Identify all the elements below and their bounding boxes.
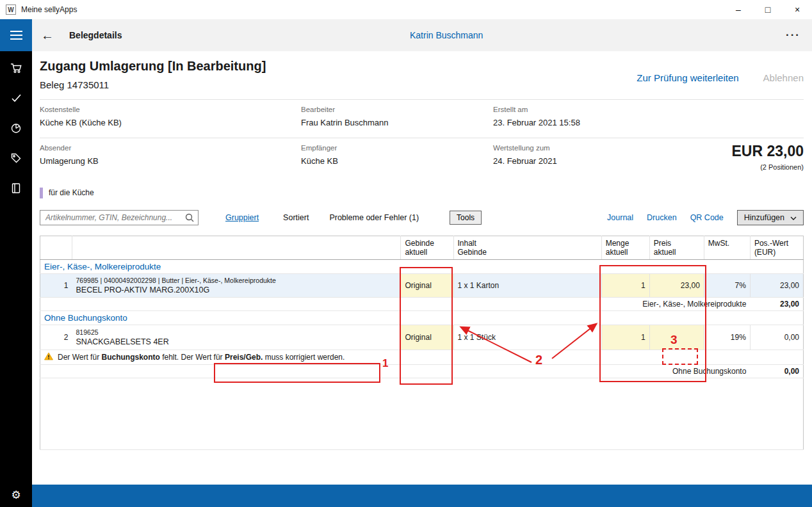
gear-icon[interactable]: ⚙ <box>0 489 32 502</box>
problems-link[interactable]: Probleme oder Fehler (1) <box>329 213 419 222</box>
user-name-link[interactable]: Katrin Buschmann <box>410 30 483 40</box>
total-box: EUR 23,00 (2 Positionen) <box>731 143 804 171</box>
warning-row: Der Wert für Buchungskonto fehlt. Der We… <box>40 350 804 365</box>
page-header: ← Belegdetails Katrin Buschmann ··· <box>32 19 812 51</box>
header-mwst: MwSt. <box>704 236 750 260</box>
subtotal-value: 0,00 <box>750 365 803 378</box>
cell-inhalt-gebinde: 1 x 1 Karton <box>453 274 601 298</box>
table-row-2[interactable]: 2 819625 SNACKGABELSETS 4ER Original 1 x… <box>40 325 804 350</box>
group-header-1[interactable]: Eier-, Käse-, Molkereiprodukte <box>40 260 804 274</box>
subtotal-row-1: Eier-, Käse-, Molkereiprodukte 23,00 <box>40 298 804 311</box>
header-menge: Menge aktuell <box>601 236 649 260</box>
header-inhalt: Inhalt Gebinde <box>453 236 601 260</box>
journal-link[interactable]: Journal <box>607 213 633 222</box>
page-title: Belegdetails <box>69 30 122 40</box>
total-amount: EUR 23,00 <box>731 143 804 160</box>
info-row-2: Absender Umlagerung KB Empfänger Küche K… <box>40 138 804 176</box>
table-row-1[interactable]: 1 769985 | 04000492002298 | Butter | Eie… <box>40 274 804 298</box>
cell-menge-aktuell[interactable]: 1 <box>601 274 649 298</box>
info-row-1: Kostenstelle Küche KB (Küche KB) Bearbei… <box>40 99 804 138</box>
window-controls: – □ × <box>724 0 812 19</box>
main-content: Zugang Umlagerung [In Bearbeitung] Beleg… <box>32 51 812 485</box>
tools-button[interactable]: Tools <box>450 211 482 225</box>
header-preis: Preis aktuell <box>649 236 704 260</box>
absender-value: Umlagerung KB <box>40 156 301 166</box>
cell-menge-aktuell[interactable]: 1 <box>601 325 649 350</box>
cell-pos: 2 <box>40 325 72 350</box>
document-title: Zugang Umlagerung [In Bearbeitung] <box>40 59 804 74</box>
close-button[interactable]: × <box>783 0 812 19</box>
table-header-row: Gebinde aktuell Inhalt Gebinde Menge akt… <box>40 236 804 260</box>
cell-pos-wert: 0,00 <box>750 325 803 350</box>
cell-description: 769985 | 04000492002298 | Butter | Eier-… <box>72 274 401 298</box>
document-note: für die Küche <box>40 188 804 198</box>
cell-gebinde-aktuell[interactable]: Original <box>401 325 453 350</box>
item-name: SNACKGABELSETS 4ER <box>76 337 397 346</box>
positions-table: Gebinde aktuell Inhalt Gebinde Menge akt… <box>40 236 804 450</box>
cell-inhalt-gebinde: 1 x 1 Stück <box>453 325 601 350</box>
minimize-button[interactable]: – <box>724 0 753 19</box>
item-meta: 819625 <box>76 328 397 336</box>
header-gebinde: Gebinde aktuell <box>401 236 453 260</box>
erstellt-am-label: Erstellt am <box>493 106 804 113</box>
cell-preis-aktuell[interactable]: 23,00 <box>649 274 704 298</box>
more-options-icon[interactable]: ··· <box>786 29 800 42</box>
maximize-button[interactable]: □ <box>753 0 783 19</box>
qr-code-link[interactable]: QR Code <box>690 213 724 222</box>
subtotal-value: 23,00 <box>750 298 803 311</box>
book-icon[interactable] <box>10 182 22 195</box>
titlebar: W Meine sellyApps – □ × <box>0 0 812 19</box>
subtotal-label: Ohne Buchungskonto <box>40 365 751 378</box>
checkmark-icon[interactable] <box>10 92 22 104</box>
bearbeiter-value: Frau Katrin Buschmann <box>301 118 493 127</box>
absender-label: Absender <box>40 144 301 152</box>
app-icon: W <box>6 4 16 15</box>
kostenstelle-label: Kostenstelle <box>40 106 301 113</box>
search-icon[interactable] <box>185 213 194 222</box>
chevron-down-icon <box>790 213 797 222</box>
empfaenger-label: Empfänger <box>301 144 493 152</box>
table-empty-area <box>40 378 804 450</box>
document-header: Zugang Umlagerung [In Bearbeitung] Beleg… <box>40 51 804 90</box>
group-header-2[interactable]: Ohne Buchungskonto <box>40 311 804 325</box>
forward-for-review-button[interactable]: Zur Prüfung weiterleiten <box>637 72 738 83</box>
pie-chart-icon[interactable] <box>10 122 22 134</box>
bottom-bar <box>32 485 812 507</box>
cell-preis-aktuell[interactable] <box>649 325 704 350</box>
add-button[interactable]: Hinzufügen <box>737 210 804 225</box>
search-box <box>40 210 199 225</box>
tag-icon[interactable] <box>10 152 22 165</box>
item-name: BECEL PRO-AKTIV MARG.200X10G <box>76 286 397 294</box>
subtotal-label: Eier-, Käse-, Molkereiprodukte <box>40 298 751 311</box>
cell-mwst: 19% <box>704 325 750 350</box>
reject-button[interactable]: Ablehnen <box>763 72 804 83</box>
window-title: Meine sellyApps <box>21 5 77 14</box>
item-meta: 769985 | 04000492002298 | Butter | Eier-… <box>76 277 397 284</box>
cell-description: 819625 SNACKGABELSETS 4ER <box>72 325 401 350</box>
bearbeiter-label: Bearbeiter <box>301 106 493 113</box>
header-pos <box>40 236 72 260</box>
warning-text: Der Wert für Buchungskonto fehlt. Der We… <box>58 353 345 362</box>
subtotal-row-2: Ohne Buchungskonto 0,00 <box>40 365 804 378</box>
header-wert: Pos.-Wert (EUR) <box>750 236 803 260</box>
toolbar: Gruppiert Sortiert Probleme oder Fehler … <box>40 209 804 226</box>
total-positions: (2 Positionen) <box>731 163 804 171</box>
sidebar: ⚙ <box>0 19 32 507</box>
header-description <box>72 236 401 260</box>
hamburger-icon <box>10 31 22 32</box>
search-input[interactable] <box>40 213 185 222</box>
sorted-link[interactable]: Sortiert <box>283 213 309 222</box>
kostenstelle-value: Küche KB (Küche KB) <box>40 118 301 127</box>
cell-pos-wert: 23,00 <box>750 274 803 298</box>
back-button[interactable]: ← <box>41 29 54 42</box>
empfaenger-value: Küche KB <box>301 156 493 166</box>
cell-gebinde-aktuell[interactable]: Original <box>401 274 453 298</box>
print-link[interactable]: Drucken <box>647 213 677 222</box>
hamburger-menu-button[interactable] <box>0 19 32 51</box>
erstellt-am-value: 23. Februar 2021 15:58 <box>493 118 804 127</box>
cell-pos: 1 <box>40 274 72 298</box>
warning-icon <box>44 352 53 362</box>
grouped-link[interactable]: Gruppiert <box>225 213 259 222</box>
cell-mwst: 7% <box>704 274 750 298</box>
cart-icon[interactable] <box>10 61 22 74</box>
